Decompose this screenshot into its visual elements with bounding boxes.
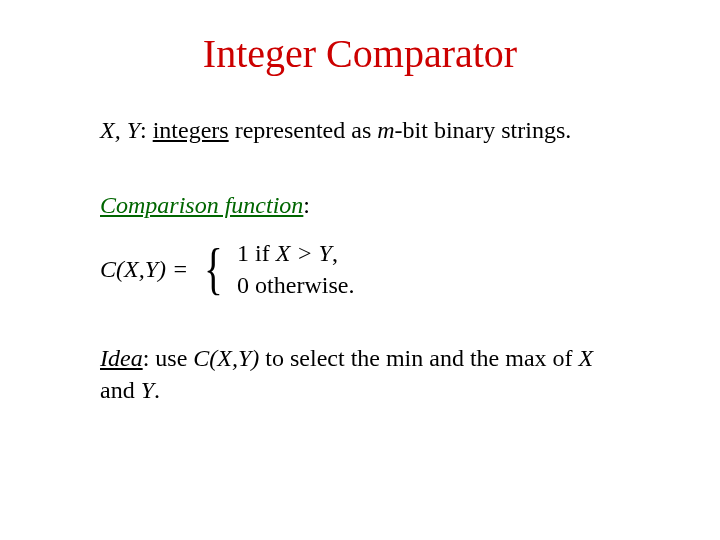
case1-cond: X > Y bbox=[276, 240, 332, 266]
slide: Integer Comparator X, Y: integers repres… bbox=[0, 0, 720, 540]
idea-mid: to select the min and the max of bbox=[259, 345, 578, 371]
integers-word: integers bbox=[153, 117, 229, 143]
case-2: 0 otherwise. bbox=[237, 269, 354, 301]
function-cases: 1 if X > Y, 0 otherwise. bbox=[237, 237, 354, 302]
case1-if: if bbox=[249, 240, 276, 266]
case1-comma: , bbox=[332, 240, 338, 266]
case1-value: 1 bbox=[237, 240, 249, 266]
vars-xy: X, Y bbox=[100, 117, 140, 143]
definition-line: X, Y: integers represented as m-bit bina… bbox=[100, 117, 620, 144]
function-definition: C(X,Y) = { 1 if X > Y, 0 otherwise. bbox=[100, 237, 620, 302]
idea-and: and bbox=[100, 377, 141, 403]
rest2: -bit binary strings. bbox=[395, 117, 572, 143]
heading-colon: : bbox=[303, 192, 310, 218]
comparison-function-heading: Comparison function: bbox=[100, 192, 620, 219]
heading-text: Comparison function bbox=[100, 192, 303, 218]
idea-colon: : use bbox=[143, 345, 194, 371]
function-lhs: C(X,Y) = bbox=[100, 256, 188, 283]
idea-period: . bbox=[154, 377, 160, 403]
idea-y: Y bbox=[141, 377, 154, 403]
colon: : bbox=[140, 117, 153, 143]
idea-line: Idea: use C(X,Y) to select the min and t… bbox=[100, 342, 620, 407]
brace-icon: { bbox=[204, 241, 223, 297]
m-var: m bbox=[377, 117, 394, 143]
idea-x: X bbox=[579, 345, 594, 371]
rest1: represented as bbox=[229, 117, 378, 143]
case2-value: 0 bbox=[237, 272, 249, 298]
idea-label: Idea bbox=[100, 345, 143, 371]
slide-title: Integer Comparator bbox=[100, 30, 620, 77]
case-1: 1 if X > Y, bbox=[237, 237, 354, 269]
idea-cxy: C(X,Y) bbox=[193, 345, 259, 371]
case2-text: otherwise. bbox=[249, 272, 354, 298]
